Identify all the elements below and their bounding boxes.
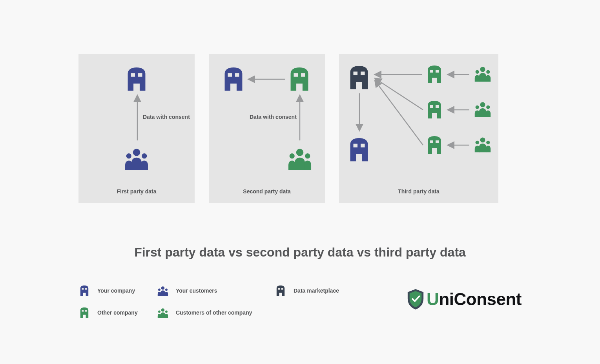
legend-item-other-company: Other company (78, 307, 157, 318)
arrow-icon (133, 94, 141, 141)
building-icon (78, 307, 90, 318)
building-icon (275, 285, 286, 297)
arrow-label: Data with consent (143, 114, 190, 120)
svg-line-14 (375, 81, 423, 145)
building-icon (286, 66, 312, 92)
group-icon (157, 307, 169, 318)
panels-row: Data with consent First party data Data … (78, 54, 498, 203)
building-icon (124, 66, 150, 92)
page-title: First party data vs second party data vs… (0, 245, 600, 260)
group-icon (122, 145, 151, 171)
brand-logo: UniConsent (406, 288, 522, 310)
legend-item-your-company: Your company (78, 285, 157, 297)
legend-item-data-marketplace: Data marketplace (275, 285, 369, 297)
legend-label: Data marketplace (294, 288, 339, 294)
arrow-icon (356, 93, 363, 132)
building-icon (78, 285, 90, 297)
building-icon (425, 135, 444, 155)
arrow-icon (447, 71, 470, 78)
legend-label: Customers of other company (176, 309, 252, 316)
panel-caption: Third party data (339, 188, 498, 195)
group-icon (157, 285, 169, 297)
brand-text: UniConsent (427, 289, 522, 309)
shield-icon (406, 288, 425, 310)
arrow-icon (447, 141, 470, 149)
panel-caption: First party data (78, 188, 195, 195)
legend-label: Other company (97, 309, 138, 316)
building-icon (221, 66, 246, 92)
group-icon (472, 64, 493, 82)
panel-second-party: Data with consent Second party data (209, 54, 325, 203)
group-icon (472, 100, 493, 118)
building-icon (425, 100, 444, 119)
group-icon (285, 145, 315, 171)
panel-caption: Second party data (209, 188, 325, 195)
building-icon (346, 64, 372, 90)
arrow-icon (447, 106, 470, 114)
panel-first-party: Data with consent First party data (78, 54, 195, 203)
legend: Your company Your customers Data marketp… (78, 282, 377, 326)
arrow-label: Data with consent (250, 114, 297, 120)
legend-item-your-customers: Your customers (157, 285, 275, 297)
group-icon (472, 135, 493, 153)
legend-label: Your company (97, 288, 135, 294)
legend-label: Your customers (176, 288, 217, 294)
building-icon (346, 136, 372, 162)
arrow-icon (296, 94, 304, 141)
legend-item-customers-other-company: Customers of other company (157, 307, 275, 318)
building-icon (425, 64, 444, 84)
arrow-icon (374, 78, 424, 147)
arrow-icon (247, 75, 286, 83)
panel-third-party: Third party data (339, 54, 498, 203)
